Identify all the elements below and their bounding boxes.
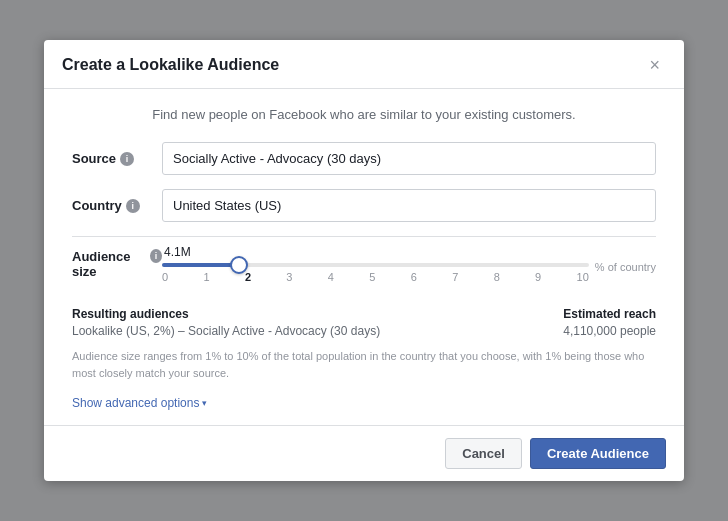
advanced-options-label: Show advanced options [72,396,199,410]
modal-dialog: Create a Lookalike Audience × Find new p… [44,40,684,481]
slider-labels: 0 1 2 3 4 5 6 7 8 9 10 [162,271,589,283]
advanced-options-link[interactable]: Show advanced options ▾ [72,396,207,410]
source-field-row: Source i [72,142,656,175]
close-button[interactable]: × [643,54,666,76]
modal-title: Create a Lookalike Audience [62,56,279,74]
chevron-down-icon: ▾ [202,398,207,408]
slider-label-5: 5 [369,271,375,283]
modal-subtitle: Find new people on Facebook who are simi… [72,107,656,122]
slider-track [162,263,589,267]
audience-size-info-icon[interactable]: i [150,249,162,263]
modal-header: Create a Lookalike Audience × [44,40,684,89]
resulting-audiences-value: Lookalike (US, 2%) – Socially Active - A… [72,324,563,338]
estimated-reach-header: Estimated reach [563,307,656,321]
note-text: Audience size ranges from 1% to 10% of t… [72,348,656,381]
slider-label-2: 2 [245,271,251,283]
divider [72,236,656,237]
slider-wrapper[interactable] [162,263,589,267]
slider-label-4: 4 [328,271,334,283]
country-info-icon[interactable]: i [126,199,140,213]
slider-value: 4.1M [164,245,589,259]
cancel-button[interactable]: Cancel [445,438,522,469]
source-input[interactable] [162,142,656,175]
slider-container: 4.1M 0 1 2 3 4 5 6 [162,245,589,283]
results-section: Resulting audiences Lookalike (US, 2%) –… [72,297,656,381]
slider-thumb[interactable] [230,256,248,274]
results-row: Resulting audiences Lookalike (US, 2%) –… [72,307,656,338]
slider-label-1: 1 [203,271,209,283]
audience-size-row: Audience size i 4.1M 0 1 2 [72,245,656,283]
slider-label-3: 3 [286,271,292,283]
resulting-audiences-col: Resulting audiences Lookalike (US, 2%) –… [72,307,563,338]
source-info-icon[interactable]: i [120,152,134,166]
advanced-options: Show advanced options ▾ [72,393,656,411]
country-input[interactable] [162,189,656,222]
modal-body: Find new people on Facebook who are simi… [44,89,684,425]
slider-end-label: % of country [595,245,656,273]
create-audience-button[interactable]: Create Audience [530,438,666,469]
source-label: Source i [72,151,162,166]
estimated-reach-value: 4,110,000 people [563,324,656,338]
country-label: Country i [72,198,162,213]
country-field-row: Country i [72,189,656,222]
audience-size-label: Audience size i [72,245,162,279]
resulting-audiences-header: Resulting audiences [72,307,563,321]
slider-label-8: 8 [494,271,500,283]
slider-label-10: 10 [577,271,589,283]
estimated-reach-col: Estimated reach 4,110,000 people [563,307,656,338]
slider-label-6: 6 [411,271,417,283]
slider-label-9: 9 [535,271,541,283]
modal-overlay: Create a Lookalike Audience × Find new p… [0,0,728,521]
slider-label-0: 0 [162,271,168,283]
slider-fill [162,263,239,267]
slider-label-7: 7 [452,271,458,283]
modal-footer: Cancel Create Audience [44,425,684,481]
